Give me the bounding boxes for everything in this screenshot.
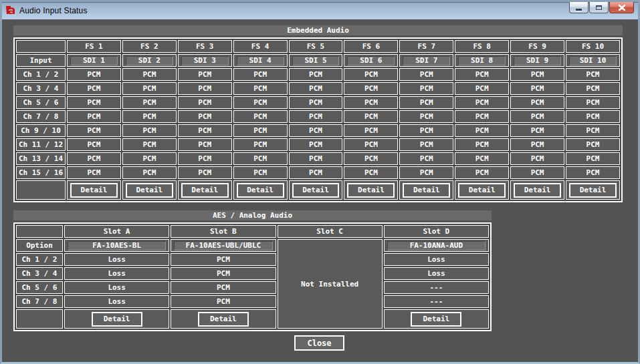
detail-button-fs-3[interactable]: Detail bbox=[181, 183, 229, 198]
sdi-input-cell-8: SDI 8 bbox=[455, 54, 509, 67]
status-cell-fs9: PCM bbox=[510, 152, 564, 165]
status-cell-fs4: PCM bbox=[233, 96, 288, 109]
status-cell-fs8: PCM bbox=[455, 82, 509, 95]
status-cell-fs7: PCM bbox=[399, 166, 453, 179]
detail-cell-fs-3: Detail bbox=[178, 180, 232, 200]
detail-button-slot-a[interactable]: Detail bbox=[92, 312, 142, 327]
slot-c-not-installed-cell: Not Installed bbox=[278, 239, 383, 329]
status-cell-fs5: PCM bbox=[289, 110, 343, 123]
detail-button-fs-5[interactable]: Detail bbox=[292, 183, 340, 198]
status-cell-fs5: PCM bbox=[289, 82, 343, 95]
channel-row-label: Ch 15 / 16 bbox=[16, 166, 66, 179]
close-icon bbox=[619, 5, 625, 11]
status-cell-fs10: PCM bbox=[566, 110, 620, 123]
status-cell-slot-a: Loss bbox=[64, 281, 169, 294]
status-cell-fs1: PCM bbox=[67, 138, 121, 151]
sdi-input-indicator-10: SDI 10 bbox=[569, 56, 617, 65]
status-cell-fs1: PCM bbox=[67, 68, 121, 81]
close-button[interactable]: Close bbox=[294, 335, 344, 351]
status-cell-fs10: PCM bbox=[566, 166, 620, 179]
audio-input-status-window: Audio Input Status Embedded Audio FS 1FS… bbox=[0, 0, 640, 364]
slot-header-b: Slot B bbox=[171, 225, 276, 238]
fs-header-4: FS 4 bbox=[233, 40, 288, 53]
detail-button-fs-2[interactable]: Detail bbox=[126, 183, 173, 198]
status-cell-slot-b: PCM bbox=[171, 295, 276, 308]
status-cell-slot-d: Loss bbox=[384, 267, 489, 280]
status-cell-fs3: PCM bbox=[178, 124, 232, 137]
status-cell-fs6: PCM bbox=[344, 82, 398, 95]
titlebar[interactable]: Audio Input Status bbox=[2, 2, 638, 19]
detail-cell-fs-4: Detail bbox=[233, 180, 288, 200]
input-row-label: Input bbox=[16, 54, 66, 67]
detail-button-fs-6[interactable]: Detail bbox=[347, 183, 395, 198]
status-cell-fs8: PCM bbox=[455, 110, 509, 123]
status-cell-fs7: PCM bbox=[399, 152, 453, 165]
status-cell-fs10: PCM bbox=[566, 68, 620, 81]
sdi-input-cell-10: SDI 10 bbox=[566, 54, 620, 67]
detail-row-label-cell bbox=[16, 309, 63, 329]
status-cell-fs8: PCM bbox=[455, 124, 509, 137]
status-cell-fs1: PCM bbox=[67, 82, 121, 95]
status-cell-fs9: PCM bbox=[510, 68, 564, 81]
status-cell-fs7: PCM bbox=[399, 68, 453, 81]
status-cell-fs7: PCM bbox=[399, 82, 453, 95]
status-cell-fs6: PCM bbox=[344, 110, 398, 123]
detail-cell-fs-10: Detail bbox=[566, 180, 620, 200]
status-cell-fs4: PCM bbox=[233, 166, 288, 179]
status-cell-fs1: PCM bbox=[67, 96, 121, 109]
aes-analog-section-title: AES / Analog Audio bbox=[13, 210, 492, 220]
status-cell-fs2: PCM bbox=[122, 138, 177, 151]
detail-button-fs-7[interactable]: Detail bbox=[403, 183, 450, 198]
status-cell-fs3: PCM bbox=[178, 96, 232, 109]
detail-row-label-cell bbox=[16, 180, 66, 200]
detail-button-slot-d[interactable]: Detail bbox=[411, 312, 461, 327]
detail-button-fs-1[interactable]: Detail bbox=[70, 183, 118, 198]
channel-row-label: Ch 11 / 12 bbox=[16, 138, 66, 151]
fs-header-3: FS 3 bbox=[178, 40, 232, 53]
channel-row-label: Ch 7 / 8 bbox=[16, 295, 63, 308]
sdi-input-cell-3: SDI 3 bbox=[178, 54, 232, 67]
embedded-audio-section-title: Embedded Audio bbox=[13, 25, 623, 35]
status-cell-slot-a: Loss bbox=[64, 295, 169, 308]
detail-button-fs-9[interactable]: Detail bbox=[514, 183, 561, 198]
status-cell-slot-b: PCM bbox=[171, 281, 276, 294]
minimize-button[interactable] bbox=[569, 2, 589, 13]
detail-cell-fs-8: Detail bbox=[455, 180, 509, 200]
status-cell-fs5: PCM bbox=[289, 68, 343, 81]
sdi-input-cell-1: SDI 1 bbox=[67, 54, 121, 67]
status-cell-fs9: PCM bbox=[510, 110, 564, 123]
channel-row-label: Ch 13 / 14 bbox=[16, 152, 66, 165]
status-cell-fs6: PCM bbox=[344, 124, 398, 137]
status-cell-fs3: PCM bbox=[178, 82, 232, 95]
status-cell-fs5: PCM bbox=[289, 152, 343, 165]
detail-cell-fs-5: Detail bbox=[289, 180, 343, 200]
sdi-input-cell-7: SDI 7 bbox=[399, 54, 453, 67]
status-cell-fs3: PCM bbox=[178, 110, 232, 123]
status-cell-fs7: PCM bbox=[399, 110, 453, 123]
status-cell-fs6: PCM bbox=[344, 166, 398, 179]
channel-row-label: Ch 3 / 4 bbox=[16, 267, 63, 280]
detail-cell-fs-9: Detail bbox=[510, 180, 564, 200]
fs-header-2: FS 2 bbox=[122, 40, 177, 53]
option-cell-slot-b: FA-10AES-UBL/UBLC bbox=[171, 239, 276, 252]
status-cell-fs4: PCM bbox=[233, 138, 288, 151]
channel-row-label: Ch 3 / 4 bbox=[16, 82, 66, 95]
detail-button-fs-8[interactable]: Detail bbox=[458, 183, 506, 198]
close-window-button[interactable] bbox=[609, 2, 634, 13]
status-cell-fs5: PCM bbox=[289, 166, 343, 179]
detail-button-fs-4[interactable]: Detail bbox=[237, 183, 284, 198]
slot-header-a: Slot A bbox=[64, 225, 169, 238]
status-cell-slot-a: Loss bbox=[64, 267, 169, 280]
detail-cell-slot-a: Detail bbox=[64, 309, 169, 329]
status-cell-slot-a: Loss bbox=[64, 253, 169, 266]
detail-button-fs-10[interactable]: Detail bbox=[569, 183, 617, 198]
status-cell-fs9: PCM bbox=[510, 124, 564, 137]
slot-header-d: Slot D bbox=[384, 225, 489, 238]
maximize-button[interactable] bbox=[589, 2, 609, 13]
status-cell-fs9: PCM bbox=[510, 96, 564, 109]
sdi-input-cell-9: SDI 9 bbox=[510, 54, 564, 67]
detail-cell-fs-2: Detail bbox=[122, 180, 177, 200]
detail-button-slot-b[interactable]: Detail bbox=[198, 312, 249, 327]
status-cell-fs5: PCM bbox=[289, 96, 343, 109]
sdi-input-cell-2: SDI 2 bbox=[122, 54, 177, 67]
